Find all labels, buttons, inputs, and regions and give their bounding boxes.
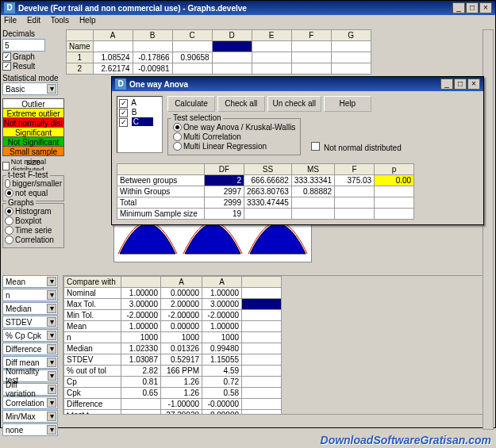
menu-file[interactable]: File (4, 16, 17, 25)
one-way-anova-dialog: D One way Anova _ □ × ✓ A✓ B✓ C Calculat… (111, 76, 484, 225)
column-listbox[interactable]: ✓ A✓ B✓ C (117, 96, 163, 153)
top-data-grid[interactable]: ABCDEFGName11.08524-0.178660.9065822.621… (66, 29, 494, 75)
dialog-not-normal-checkbox[interactable] (311, 142, 320, 151)
chevron-down-icon: ▾ (47, 84, 56, 94)
not-normal-checkbox[interactable] (2, 162, 10, 170)
stat-select[interactable]: STDEV▾ (2, 316, 58, 328)
not-equal-radio[interactable] (5, 189, 13, 197)
check-all-button[interactable]: Check all (217, 96, 265, 112)
legend-item: Extreme outlier (2, 108, 64, 118)
menu-tools[interactable]: Tools (51, 16, 69, 25)
list-checkbox[interactable]: ✓ (119, 118, 128, 127)
stat-select[interactable]: Min/Max▾ (2, 410, 58, 423)
graph-radio-correlation[interactable] (5, 235, 13, 244)
name-header: Name (67, 41, 94, 52)
stat-select[interactable]: Correlation▾ (2, 396, 58, 409)
left-panel: Decimals ✓Graph ✓Result Statistical mode… (2, 29, 64, 248)
chevron-down-icon: ▾ (48, 385, 56, 394)
app-icon: D (115, 78, 126, 90)
dialog-minimize-button[interactable]: _ (440, 78, 453, 90)
stat-select[interactable]: Median▾ (2, 302, 58, 315)
stat-mode-label: Statistical mode (2, 74, 59, 82)
watermark: DownloadSoftwareGratisan.com (321, 434, 491, 446)
vertical-scrollbar[interactable] (483, 29, 494, 430)
lower-results-grid[interactable]: Compare withAANominal1.000000.000001.000… (63, 275, 494, 415)
bigger-smaller-radio[interactable] (5, 179, 10, 188)
test-selection-group: Test selection One way Anova / Kruskal-W… (167, 118, 301, 155)
list-checkbox[interactable]: ✓ (119, 109, 128, 117)
graph-radio-boxplot[interactable] (5, 216, 13, 225)
graph-checkbox[interactable]: ✓ (2, 52, 11, 61)
result-checkbox-label: Result (13, 62, 35, 71)
chevron-down-icon: ▾ (47, 344, 56, 354)
chevron-down-icon: ▾ (47, 290, 56, 300)
dialog-maximize-button[interactable]: □ (454, 78, 467, 90)
uncheck-all-button[interactable]: Un check all (267, 96, 321, 112)
decimals-input[interactable] (2, 39, 45, 52)
anova-table: DFSSMSFpBetween groups2666.66682333.3334… (117, 163, 479, 220)
list-checkbox[interactable]: ✓ (119, 99, 128, 108)
menu-edit[interactable]: Edit (27, 16, 40, 25)
legend-item: Not Significant (2, 136, 64, 147)
chevron-down-icon: ▾ (47, 317, 56, 327)
test-radio[interactable] (173, 132, 182, 141)
chevron-down-icon: ▾ (47, 331, 56, 340)
chevron-down-icon: ▾ (47, 398, 56, 408)
close-button[interactable]: × (479, 2, 492, 13)
maximize-button[interactable]: □ (466, 2, 479, 13)
calculate-button[interactable]: Calculate (167, 96, 215, 112)
stat-select[interactable]: Diff variation▾ (2, 383, 58, 396)
window-title: Develve (For trail and non commercial us… (18, 4, 452, 13)
stat-select[interactable]: Mean▾ (2, 275, 58, 288)
stat-mode-select[interactable]: Basic▾ (2, 82, 58, 95)
chevron-down-icon: ▾ (47, 412, 56, 421)
graph-radio-time serie[interactable] (5, 226, 13, 235)
chevron-down-icon: ▾ (47, 277, 56, 286)
legend-item: Small sample size (2, 146, 64, 156)
dialog-close-button[interactable]: × (467, 78, 480, 90)
stat-combos-column: Mean▾n▾Median▾STDEV▾% Cp Cpk▾Difference▾… (2, 275, 60, 436)
stat-select[interactable]: % Cp Cpk▾ (2, 329, 58, 342)
result-checkbox[interactable]: ✓ (2, 62, 11, 71)
legend-item: Not normally dist (2, 117, 64, 128)
help-button[interactable]: Help (324, 96, 371, 112)
test-radio[interactable] (173, 123, 182, 132)
menu-help[interactable]: Help (79, 16, 96, 25)
graph-radio-histogram[interactable] (5, 207, 13, 216)
decimals-label: Decimals (2, 29, 35, 38)
graph-checkbox-label: Graph (13, 52, 35, 61)
minimize-button[interactable]: _ (452, 2, 465, 13)
chevron-down-icon: ▾ (48, 371, 56, 381)
stat-select[interactable]: none▾ (2, 423, 58, 436)
chevron-down-icon: ▾ (47, 358, 56, 367)
titlebar: D Develve (For trail and non commercial … (1, 1, 495, 15)
chevron-down-icon: ▾ (47, 304, 56, 313)
menubar: File Edit Tools Help (1, 15, 495, 28)
app-icon: D (4, 2, 15, 13)
stat-select[interactable]: n▾ (2, 289, 58, 301)
chevron-down-icon: ▾ (47, 425, 56, 435)
graphs-group: Graphs HistogramBoxplotTime serieCorrela… (2, 203, 64, 248)
dialog-title: One way Anova (129, 80, 440, 89)
test-radio[interactable] (173, 142, 182, 151)
stat-select[interactable]: Difference▾ (2, 343, 58, 355)
legend-list: OutlierExtreme outlierNot normally distS… (2, 98, 64, 156)
